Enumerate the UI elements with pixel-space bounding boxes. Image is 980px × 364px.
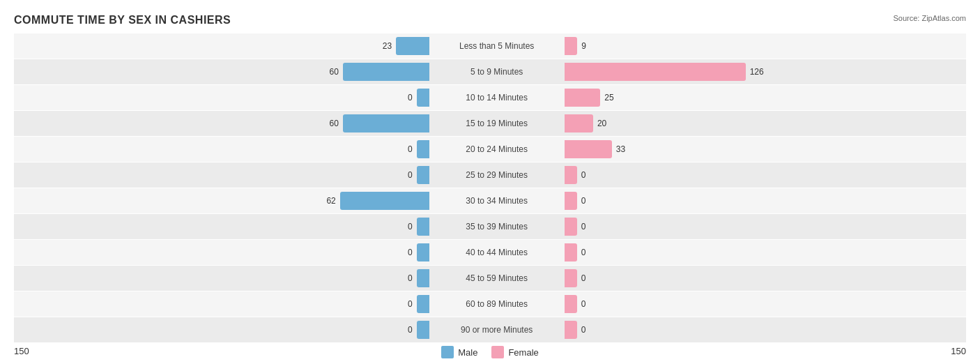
left-section: 62 — [14, 188, 432, 213]
male-value: 0 — [408, 170, 413, 180]
left-section: 0 — [14, 240, 432, 265]
chart-row: 0 10 to 14 Minutes 25 — [14, 85, 966, 110]
male-value: 0 — [408, 93, 413, 103]
legend-female-color — [491, 346, 504, 358]
male-bar — [396, 37, 429, 55]
female-bar — [565, 269, 577, 287]
male-bar — [417, 269, 429, 287]
left-section: 0 — [14, 162, 432, 188]
right-section: 25 — [562, 85, 966, 110]
female-value: 0 — [581, 248, 586, 257]
row-label: 35 to 39 Minutes — [432, 222, 562, 232]
left-section: 0 — [14, 85, 432, 110]
male-value: 0 — [408, 299, 413, 309]
left-section: 0 — [14, 291, 432, 317]
chart-row: 0 35 to 39 Minutes 0 — [14, 214, 966, 239]
right-section: 0 — [562, 188, 966, 213]
left-section: 60 — [14, 59, 432, 84]
right-section: 9 — [562, 33, 966, 59]
male-value: 0 — [408, 325, 413, 335]
male-bar — [343, 114, 429, 132]
female-bar — [565, 295, 577, 313]
right-section: 0 — [562, 162, 966, 188]
female-value: 20 — [597, 119, 606, 128]
female-value: 0 — [581, 273, 586, 283]
female-bar — [565, 192, 577, 210]
row-label: 40 to 44 Minutes — [432, 248, 562, 257]
female-bar — [565, 114, 593, 132]
row-label: 20 to 24 Minutes — [432, 144, 562, 154]
female-bar — [565, 243, 577, 261]
left-section: 0 — [14, 214, 432, 239]
left-section: 23 — [14, 33, 432, 59]
male-value: 60 — [330, 67, 339, 77]
male-bar — [417, 166, 429, 184]
female-value: 0 — [581, 170, 586, 180]
chart-row: 60 15 to 19 Minutes 20 — [14, 111, 966, 136]
female-bar — [565, 218, 577, 236]
chart-row: 0 20 to 24 Minutes 33 — [14, 137, 966, 162]
female-bar — [565, 37, 578, 55]
row-label: 30 to 34 Minutes — [432, 196, 562, 206]
row-label: Less than 5 Minutes — [432, 41, 562, 51]
right-section: 0 — [562, 240, 966, 265]
chart-row: 0 60 to 89 Minutes 0 — [14, 291, 966, 317]
row-label: 45 to 59 Minutes — [432, 273, 562, 283]
left-section: 0 — [14, 137, 432, 162]
right-section: 0 — [562, 266, 966, 291]
male-bar — [417, 321, 429, 339]
female-value: 0 — [581, 196, 586, 206]
female-bar — [565, 166, 577, 184]
male-bar — [343, 63, 429, 81]
female-bar — [565, 321, 577, 339]
legend-male: Male — [441, 346, 477, 358]
male-value: 0 — [408, 222, 413, 232]
chart-title: COMMUTE TIME BY SEX IN CASHIERS — [14, 14, 966, 26]
male-bar — [417, 89, 429, 107]
female-bar — [565, 63, 746, 81]
female-value: 25 — [604, 93, 613, 103]
male-value: 60 — [330, 119, 339, 128]
legend-female-label: Female — [508, 347, 538, 358]
chart-container: COMMUTE TIME BY SEX IN CASHIERS Source: … — [0, 0, 980, 364]
female-value: 0 — [581, 325, 586, 335]
right-section: 0 — [562, 214, 966, 239]
chart-row: 60 5 to 9 Minutes 126 — [14, 59, 966, 84]
right-section: 126 — [562, 59, 966, 84]
left-section: 60 — [14, 111, 432, 136]
chart-row: 23 Less than 5 Minutes 9 — [14, 33, 966, 59]
male-bar — [417, 243, 429, 261]
chart-row: 0 40 to 44 Minutes 0 — [14, 240, 966, 265]
legend-female: Female — [491, 346, 538, 358]
right-section: 33 — [562, 137, 966, 162]
male-value: 23 — [383, 41, 392, 51]
chart-row: 0 90 or more Minutes 0 — [14, 317, 966, 342]
legend-male-label: Male — [458, 347, 477, 358]
row-label: 15 to 19 Minutes — [432, 119, 562, 128]
right-section: 20 — [562, 111, 966, 136]
female-value: 33 — [616, 144, 625, 154]
chart-row: 62 30 to 34 Minutes 0 — [14, 188, 966, 213]
row-label: 90 or more Minutes — [432, 325, 562, 335]
female-value: 9 — [581, 41, 586, 51]
female-bar — [565, 89, 601, 107]
female-value: 0 — [581, 299, 586, 309]
female-value: 0 — [581, 222, 586, 232]
male-value: 0 — [408, 248, 413, 257]
female-value: 126 — [750, 67, 764, 77]
male-bar — [340, 192, 429, 210]
row-label: 5 to 9 Minutes — [432, 67, 562, 77]
source-label: Source: ZipAtlas.com — [893, 14, 966, 22]
row-label: 60 to 89 Minutes — [432, 299, 562, 309]
chart-area: 23 Less than 5 Minutes 9 60 5 to 9 Minut… — [14, 33, 966, 307]
chart-row: 0 25 to 29 Minutes 0 — [14, 162, 966, 188]
female-bar — [565, 140, 612, 158]
male-bar — [417, 140, 429, 158]
row-label: 10 to 14 Minutes — [432, 93, 562, 103]
left-section: 0 — [14, 266, 432, 291]
right-section: 0 — [562, 291, 966, 317]
male-value: 0 — [408, 144, 413, 154]
row-label: 25 to 29 Minutes — [432, 170, 562, 180]
male-bar — [417, 295, 429, 313]
male-bar — [417, 218, 429, 236]
